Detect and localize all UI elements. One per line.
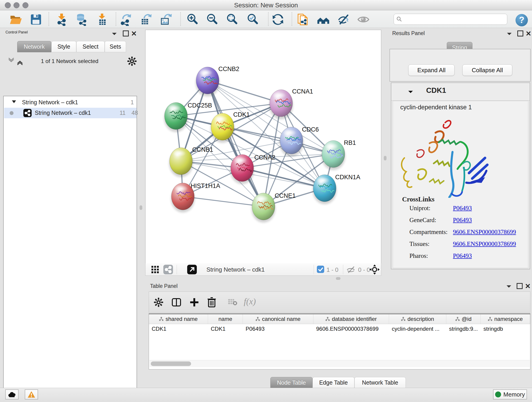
- table-hscrollbar[interactable]: [149, 360, 530, 367]
- tab-edge-table[interactable]: Edge Table: [312, 377, 355, 388]
- table-cell[interactable]: CDK1: [149, 324, 208, 334]
- node-CDC6[interactable]: CDC6: [279, 126, 319, 157]
- table-cell[interactable]: 9606.ENSP00000378699: [313, 324, 389, 334]
- horizontal-splitter-handle[interactable]: [336, 277, 341, 280]
- table-cell[interactable]: cyclin-dependent ...: [389, 324, 446, 334]
- float-panel-icon[interactable]: [517, 31, 523, 36]
- hidden-eye-icon[interactable]: [346, 266, 355, 274]
- tree-expand-icon[interactable]: [12, 100, 17, 104]
- edge-CCNA2-CDKN1A[interactable]: [242, 168, 325, 188]
- node-CCNB1[interactable]: CCNB1: [169, 146, 213, 177]
- left-splitter-handle[interactable]: [139, 205, 142, 210]
- open-in-browser-icon[interactable]: [187, 265, 197, 274]
- node-CDC25B[interactable]: CDC25B: [164, 102, 212, 132]
- show-columns-icon[interactable]: [171, 297, 181, 307]
- tab-network-table[interactable]: Network Table: [355, 377, 406, 388]
- column-header-canonical-name[interactable]: canonical name: [243, 314, 313, 324]
- open-session-icon[interactable]: [9, 13, 22, 26]
- export-image-icon[interactable]: [159, 13, 172, 26]
- warnings-button[interactable]: [25, 389, 38, 400]
- export-network-icon[interactable]: [120, 13, 133, 26]
- close-panel-icon[interactable]: ✕: [526, 30, 531, 38]
- add-column-icon[interactable]: [189, 297, 199, 307]
- save-session-icon[interactable]: [30, 13, 42, 26]
- import-network-file-icon[interactable]: [56, 13, 68, 26]
- right-splitter-handle[interactable]: [384, 156, 386, 160]
- first-neighbors-icon[interactable]: [317, 13, 330, 26]
- scrollbar-thumb[interactable]: [151, 361, 191, 366]
- crosslink-link[interactable]: 9606.ENSP00000378699: [453, 229, 516, 235]
- node-count: 11: [120, 109, 126, 116]
- node-CCNA1[interactable]: CCNA1: [269, 88, 313, 119]
- column-header-database-identifier[interactable]: database identifier: [313, 314, 389, 324]
- tab-select[interactable]: Select: [76, 41, 105, 52]
- search-input[interactable]: [404, 15, 504, 23]
- tab-node-table[interactable]: Node Table: [270, 377, 312, 388]
- string-style-icon[interactable]: [163, 265, 173, 274]
- refresh-icon[interactable]: [272, 13, 284, 26]
- crosslink-link[interactable]: P06493: [453, 217, 472, 223]
- crosslink-label: Pharos:: [409, 252, 428, 259]
- show-all-icon[interactable]: [357, 13, 370, 26]
- float-panel-icon[interactable]: [123, 31, 129, 36]
- network-graph[interactable]: CCNB2CCNA1CDC25BCDK1CDC6RB1CCNB1CCNA2CDK…: [146, 30, 381, 263]
- node-table[interactable]: shared namenamecanonical namedatabase id…: [149, 313, 530, 370]
- network-row[interactable]: String Network – cdk1 11 48: [4, 108, 137, 118]
- zoom-fit-content-icon[interactable]: [226, 13, 239, 26]
- node-CDKN1A[interactable]: CDKN1A: [313, 174, 360, 204]
- network-collection-row[interactable]: String Network – cdk1 1: [4, 97, 137, 108]
- import-table-file-icon[interactable]: [96, 13, 109, 26]
- node-HIST1H1A[interactable]: HIST1H1A: [171, 182, 220, 212]
- crosslink-link[interactable]: P06493: [453, 252, 472, 259]
- collapse-all-button[interactable]: Collapse All: [462, 64, 512, 76]
- edge-HIST1H1A-CCNE1[interactable]: [183, 196, 264, 206]
- new-network-from-selection-icon[interactable]: [297, 13, 309, 26]
- selected-checkbox-icon[interactable]: [317, 266, 324, 273]
- crosslink-link[interactable]: P06493: [453, 205, 472, 211]
- close-panel-icon[interactable]: ✕: [525, 282, 531, 290]
- table-row[interactable]: CDK1CDK1P064939606.ENSP00000378699cyclin…: [149, 324, 530, 334]
- expand-all-button[interactable]: Expand All: [408, 64, 455, 76]
- panel-menu-icon[interactable]: [506, 32, 512, 36]
- tab-sets[interactable]: Sets: [105, 41, 126, 52]
- table-cell[interactable]: stringdb:9...: [446, 324, 481, 334]
- hide-selected-icon[interactable]: [337, 13, 350, 26]
- node-CDK1[interactable]: CDK1: [210, 111, 250, 143]
- table-cell[interactable]: CDK1: [208, 324, 243, 334]
- delete-column-icon[interactable]: [207, 297, 217, 307]
- export-table-icon[interactable]: [139, 13, 152, 26]
- network-canvas[interactable]: CCNB2CCNA1CDC25BCDK1CDC6RB1CCNB1CCNA2CDK…: [145, 30, 381, 264]
- delete-table-icon[interactable]: [228, 299, 237, 306]
- tab-style[interactable]: Style: [51, 41, 76, 52]
- table-panel-title: Table Panel: [150, 283, 177, 289]
- panel-menu-icon[interactable]: [111, 32, 117, 36]
- import-network-database-icon[interactable]: [75, 13, 88, 26]
- memory-button[interactable]: Memory: [493, 389, 527, 400]
- help-icon[interactable]: ?: [515, 14, 528, 26]
- entry-collapse-icon[interactable]: [408, 90, 413, 94]
- column-header-description[interactable]: description: [389, 314, 446, 324]
- birdseye-grid-icon[interactable]: [151, 265, 159, 274]
- column-header-shared-name[interactable]: shared name: [149, 314, 208, 324]
- zoom-out-icon[interactable]: [206, 13, 219, 26]
- node-RB1[interactable]: RB1: [322, 139, 356, 170]
- table-cell[interactable]: P06493: [243, 324, 313, 334]
- column-header-namespace[interactable]: namespace: [481, 314, 530, 324]
- table-cell[interactable]: stringdb: [481, 324, 530, 334]
- node-CCNE1[interactable]: CCNE1: [252, 192, 296, 223]
- node-CCNB2[interactable]: CCNB2: [196, 65, 239, 96]
- function-builder-icon[interactable]: f(x): [244, 296, 256, 306]
- gear-icon[interactable]: [154, 298, 163, 307]
- tab-network[interactable]: Network: [17, 41, 51, 52]
- zoom-selected-icon[interactable]: [246, 13, 259, 26]
- column-header-name[interactable]: name: [208, 314, 243, 324]
- float-panel-icon[interactable]: [517, 283, 523, 289]
- column-header--id[interactable]: @id: [446, 314, 481, 324]
- gear-icon[interactable]: [127, 57, 137, 66]
- panel-menu-icon[interactable]: [506, 284, 512, 288]
- zoom-in-icon[interactable]: [186, 13, 199, 26]
- close-panel-icon[interactable]: ✕: [131, 30, 137, 38]
- cloud-button[interactable]: [5, 389, 19, 400]
- crosslink-link[interactable]: 9606.ENSP00000378699: [453, 240, 516, 247]
- fit-selected-crosshair-icon[interactable]: [370, 264, 380, 274]
